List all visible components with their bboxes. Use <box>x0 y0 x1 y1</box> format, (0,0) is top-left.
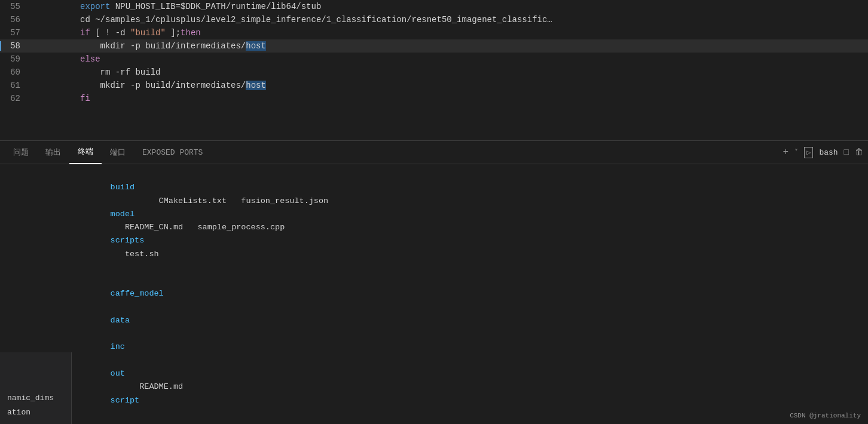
editor-area: 55 export NPU_HOST_LIB=$DDK_PATH/runtime… <box>0 0 868 140</box>
line-content-62: fi <box>30 84 90 113</box>
tab-bar: 问题 输出 终端 端口 EXPOSED PORTS + ˅ ▷ bash □ 🗑 <box>0 140 868 164</box>
code-lines: 55 export NPU_HOST_LIB=$DDK_PATH/runtime… <box>0 0 868 105</box>
code-line-61: 61 mkdir -p build/intermediates/host <box>0 79 868 92</box>
line-number-57: 57 <box>0 28 30 38</box>
terminal-area: build CMakeLists.txt fusion_result.json … <box>0 164 868 424</box>
line-number-58: 58 <box>0 41 30 51</box>
line-number-56: 56 <box>0 15 30 24</box>
run-icon[interactable]: ▷ <box>804 147 813 158</box>
line-number-60: 60 <box>0 67 30 77</box>
tab-bar-right: + ˅ ▷ bash □ 🗑 <box>783 147 863 158</box>
sidebar-panel: namic_dims ation <box>0 352 72 424</box>
tab-issues[interactable]: 问题 <box>5 140 37 164</box>
add-terminal-btn[interactable]: + <box>783 147 789 158</box>
chevron-down-icon[interactable]: ˅ <box>794 148 798 157</box>
line-number-62: 62 <box>0 94 30 103</box>
tab-ports[interactable]: 端口 <box>102 140 134 164</box>
terminal-ls-line2: caffe_model data inc out README.md scrip… <box>81 274 858 424</box>
line-number-61: 61 <box>0 81 30 90</box>
watermark: CSDN @jrationality <box>790 412 861 419</box>
split-terminal-btn[interactable]: □ <box>844 148 849 157</box>
terminal-ls-line1: build CMakeLists.txt fusion_result.json … <box>81 168 858 274</box>
code-line-58: 58 mkdir -p build/intermediates/host <box>0 39 868 53</box>
delete-terminal-btn[interactable]: 🗑 <box>855 148 863 157</box>
tab-exposed-ports[interactable]: EXPOSED PORTS <box>134 140 211 164</box>
sidebar-line2: ation <box>7 405 64 419</box>
line-number-55: 55 <box>0 2 30 11</box>
code-line-62: 62 fi <box>0 92 868 105</box>
tab-output[interactable]: 输出 <box>37 140 69 164</box>
sidebar-line1: namic_dims <box>7 391 64 405</box>
tab-terminal[interactable]: 终端 <box>69 140 102 164</box>
bash-label: bash <box>819 148 838 157</box>
line-number-59: 59 <box>0 54 30 64</box>
